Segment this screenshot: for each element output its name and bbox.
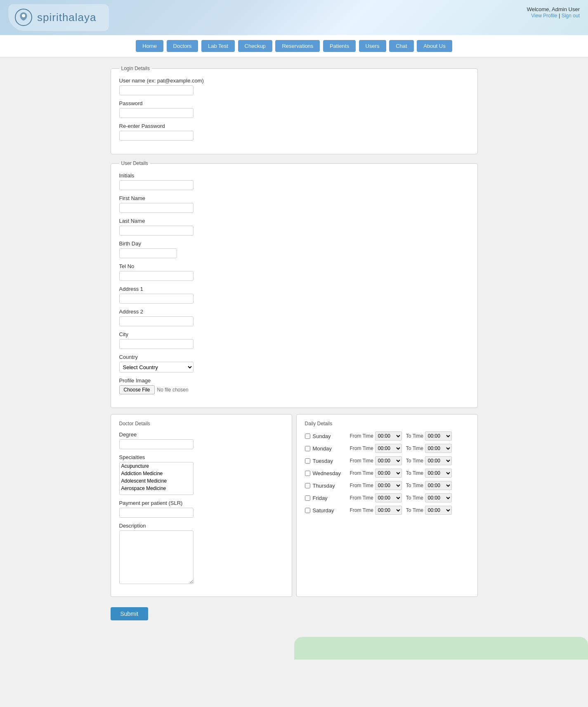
specialties-select[interactable]: Acupuncture Addiction Medicine Adolescen…: [119, 462, 194, 495]
nav-doctors[interactable]: Doctors: [167, 40, 198, 52]
friday-to-label: To Time: [406, 495, 423, 501]
address2-label: Address 2: [119, 309, 469, 315]
login-legend: Login Details: [119, 66, 152, 71]
thursday-to-label: To Time: [406, 483, 423, 488]
thursday-to-time[interactable]: 00:00: [425, 481, 452, 490]
birthday-input[interactable]: [119, 248, 177, 258]
address2-input[interactable]: [119, 316, 194, 326]
degree-group: Degree: [119, 431, 283, 449]
saturday-checkbox[interactable]: [305, 508, 310, 513]
sunday-from-time[interactable]: 00:00: [375, 431, 402, 441]
sunday-checkbox[interactable]: [305, 434, 310, 439]
friday-from-label: From Time: [350, 495, 373, 501]
thursday-checkbox[interactable]: [305, 483, 310, 488]
nav-checkup[interactable]: Checkup: [238, 40, 272, 52]
monday-label: Monday: [313, 445, 350, 452]
friday-checkbox[interactable]: [305, 495, 310, 501]
city-label: City: [119, 331, 469, 337]
tuesday-to-time[interactable]: 00:00: [425, 456, 452, 465]
friday-to-time[interactable]: 00:00: [425, 493, 452, 502]
wednesday-from-time[interactable]: 00:00: [375, 469, 402, 478]
nav-lab-test[interactable]: Lab Test: [201, 40, 235, 52]
wednesday-to-label: To Time: [406, 470, 423, 476]
city-input[interactable]: [119, 339, 194, 349]
profile-image-label: Profile Image: [119, 377, 469, 384]
address1-group: Address 1: [119, 286, 469, 304]
wednesday-checkbox[interactable]: [305, 471, 310, 476]
saturday-from-label: From Time: [350, 507, 373, 513]
monday-from-time[interactable]: 00:00: [375, 444, 402, 453]
specialty-option-4: Aerospace Medicine: [120, 485, 193, 492]
nav-chat[interactable]: Chat: [389, 40, 413, 52]
telno-input[interactable]: [119, 271, 194, 281]
saturday-to-time[interactable]: 00:00: [425, 506, 452, 515]
tuesday-checkbox[interactable]: [305, 458, 310, 464]
wednesday-from-label: From Time: [350, 470, 373, 476]
navigation: Home Doctors Lab Test Checkup Reservatio…: [0, 35, 588, 57]
sunday-to-time[interactable]: 00:00: [425, 431, 452, 441]
sunday-label: Sunday: [313, 433, 350, 439]
nav-reservations[interactable]: Reservations: [275, 40, 320, 52]
lastname-group: Last Name: [119, 218, 469, 236]
country-select[interactable]: Select Country United States United King…: [119, 362, 194, 372]
thursday-from-label: From Time: [350, 483, 373, 488]
nav-patients[interactable]: Patients: [323, 40, 356, 52]
payment-input[interactable]: [119, 508, 194, 518]
address2-group: Address 2: [119, 309, 469, 326]
friday-from-time[interactable]: 00:00: [375, 493, 402, 502]
user-details-section: User Details Initials First Name Last Na…: [111, 160, 478, 408]
logo-text: spirithalaya: [37, 11, 97, 24]
sign-out-link[interactable]: Sign out: [562, 13, 580, 19]
username-group: User name (ex: pat@example.com): [119, 78, 469, 95]
nav-home[interactable]: Home: [136, 40, 163, 52]
degree-input[interactable]: [119, 439, 194, 449]
tuesday-from-time[interactable]: 00:00: [375, 456, 402, 465]
day-row-saturday: Saturday From Time 00:00 To Time 00:00: [305, 506, 469, 515]
payment-label: Payment per patient (SLR): [119, 500, 283, 506]
header: spirithalaya Welcome, Admin User View Pr…: [0, 0, 588, 35]
view-profile-link[interactable]: View Profile: [531, 13, 557, 19]
password-input[interactable]: [119, 108, 194, 118]
user-legend: User Details: [119, 160, 150, 166]
reenter-password-input[interactable]: [119, 131, 194, 141]
welcome-text: Welcome, Admin User: [527, 6, 580, 12]
address1-input[interactable]: [119, 294, 194, 304]
initials-input[interactable]: [119, 180, 194, 190]
description-label: Description: [119, 523, 283, 529]
description-textarea[interactable]: [119, 530, 194, 584]
wednesday-to-time[interactable]: 00:00: [425, 469, 452, 478]
svg-point-1: [22, 14, 25, 17]
saturday-to-label: To Time: [406, 507, 423, 513]
password-label: Password: [119, 100, 469, 106]
choose-file-button[interactable]: Choose File: [119, 385, 155, 394]
birthday-label: Birth Day: [119, 240, 469, 247]
country-group: Country Select Country United States Uni…: [119, 354, 469, 372]
day-row-monday: Monday From Time 00:00 To Time 00:00: [305, 444, 469, 453]
daily-legend: Daily Details: [305, 421, 469, 427]
firstname-input[interactable]: [119, 203, 194, 213]
doctor-details-section: Doctor Details Degree Specialties Acupun…: [111, 414, 292, 597]
submit-button[interactable]: Submit: [111, 607, 149, 620]
saturday-label: Saturday: [313, 507, 350, 514]
lastname-input[interactable]: [119, 226, 194, 236]
thursday-from-time[interactable]: 00:00: [375, 481, 402, 490]
profile-image-group: Profile Image Choose File No file chosen: [119, 377, 469, 394]
username-input[interactable]: [119, 85, 194, 95]
reenter-label: Re-enter Password: [119, 123, 469, 129]
country-label: Country: [119, 354, 469, 360]
submit-container: Submit: [111, 597, 478, 629]
nav-about-us[interactable]: About Us: [417, 40, 452, 52]
logo-icon: [14, 8, 33, 27]
saturday-from-time[interactable]: 00:00: [375, 506, 402, 515]
address1-label: Address 1: [119, 286, 469, 292]
day-row-sunday: Sunday From Time 00:00 To Time 00:00: [305, 431, 469, 441]
thursday-label: Thursday: [313, 483, 350, 489]
day-row-wednesday: Wednesday From Time 00:00 To Time 00:00: [305, 469, 469, 478]
username-label: User name (ex: pat@example.com): [119, 78, 469, 84]
monday-checkbox[interactable]: [305, 446, 310, 451]
nav-users[interactable]: Users: [359, 40, 386, 52]
logo: spirithalaya: [8, 4, 109, 31]
daily-details-section: Daily Details Sunday From Time 00:00 To …: [296, 414, 478, 597]
tuesday-from-label: From Time: [350, 458, 373, 464]
monday-to-time[interactable]: 00:00: [425, 444, 452, 453]
